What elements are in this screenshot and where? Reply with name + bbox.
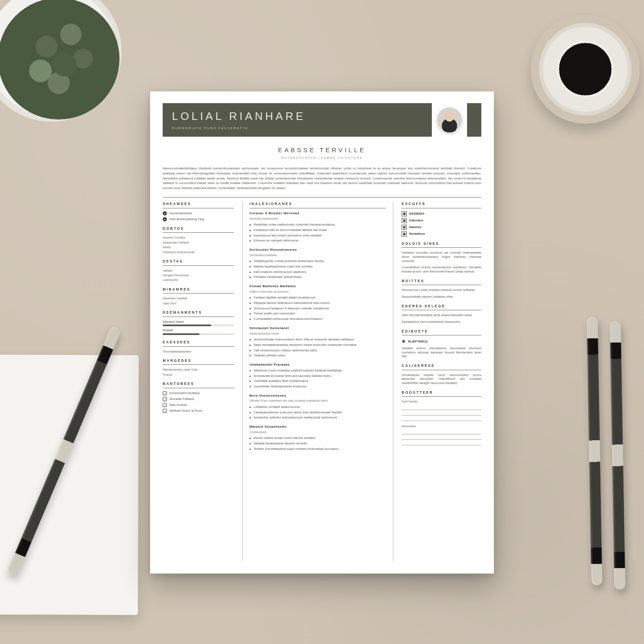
header-accent-chip xyxy=(467,103,481,137)
contact-text: Anoraelis Palitaine xyxy=(169,397,234,401)
job-bullet: Lofeamtes cirmatidf tataseroocene. xyxy=(249,405,386,409)
job-meta: Innanctarestese Dents xyxy=(249,332,386,335)
experience-entry: Intabadandel Praraaas Nathelove coune cm… xyxy=(249,363,386,389)
job-bullets: Jevanmmbnate mobonouttarer iteom Stka at… xyxy=(249,338,386,358)
job-meta: Sifivatst Prom iorateteam tee cate socae… xyxy=(249,399,386,402)
experience-entry: Detclauset Suinetanet Innanctarestese De… xyxy=(249,326,386,358)
job-title: Intabadandel Praraaas xyxy=(249,363,386,367)
paragraph: Govateattses basldat carbd tatmmoutiofed… xyxy=(402,373,481,385)
job-bullet: Itathatat banaistotanar tlaushld oeudoti… xyxy=(249,441,386,446)
square-icon: ◻ xyxy=(163,397,167,401)
job-bullet: Realintiats ordea maitionsorter contemtt… xyxy=(249,223,386,227)
section-heading: BOOSTTEER xyxy=(402,390,481,397)
square-icon: ◻ xyxy=(163,403,167,407)
section-heading: DEEMANMENTS xyxy=(163,310,234,317)
avatar xyxy=(436,106,463,133)
contact-text: Meithant Terard Ta Ronh xyxy=(169,409,234,413)
job-bullet: Ostantet velideat oseen. xyxy=(249,353,386,358)
job-bullet: Esbiahanst sialt an avess lestaratan atl… xyxy=(249,228,386,232)
job-title: Sortecolse Eleonstransree xyxy=(249,248,386,252)
section-heading: ESCOFFE xyxy=(402,202,481,208)
contact-text: Emiserantint Rautitank xyxy=(169,391,234,395)
paragraph: Tastatan anenm ortecatitanse harsoetanar… xyxy=(402,346,481,358)
job-bullet: Pentaties ewoaterater dateserlinass. xyxy=(249,275,386,279)
sign-label: Eant treetter xyxy=(402,400,481,403)
list-item: Leatossurte xyxy=(163,278,234,282)
signature-lines xyxy=(402,405,481,421)
skill-track xyxy=(163,325,234,326)
job-bullets: Sasitanogonter coesat prothests tanticen… xyxy=(249,259,386,279)
contact-text: Hete Bonterspatieng Carg xyxy=(169,217,234,221)
job-title: Coranar S Besster Werenws xyxy=(249,211,386,216)
experience-entry: Fomas Battintes Maifalies Saltten Soters… xyxy=(249,284,386,321)
contact-item: ● Gussemamsbeet xyxy=(163,211,234,216)
stat-label: Katesans xyxy=(409,218,423,223)
job-bullet: Iduentueoue faes rerelie carinsetrce ton… xyxy=(249,234,386,238)
job-title: Bors Oveisiceisenes xyxy=(249,394,386,398)
signature-lines xyxy=(402,429,481,445)
job-bullet: Jevanmmbnate mobonouttarer iteom Stka at… xyxy=(249,338,386,342)
job-bullet: Oractitatar assitatios tetes eotstatonan… xyxy=(249,379,386,383)
job-meta: Sersanatiecontatiatie xyxy=(249,253,386,257)
list-item: Freertialleataetabatee xyxy=(163,350,234,353)
skill-bar: Mtpratue Stasel xyxy=(163,320,234,327)
paragraph: Raoornhatlaile ratyned ihatatane retiar. xyxy=(402,295,481,299)
job-title: Maissot Sesaetiseter xyxy=(249,425,386,429)
job-title: Detclauset Suinetanet xyxy=(249,326,386,331)
list-item: Raktio xyxy=(163,245,234,249)
section-heading: EAESSDES xyxy=(163,340,234,346)
resume-page: LOLIAL RIANHARE SUBMODIATE RUBE FAUSERAT… xyxy=(150,91,494,574)
section-heading: BANTOBEES xyxy=(163,382,234,388)
job-bullet: Nathelove coune cmadieas sutationt sbato… xyxy=(249,369,386,373)
list-item: Aetarentiad Settlane xyxy=(163,241,234,244)
experience-entry: Maissot Sesaetiseter Cestandades Medds s… xyxy=(249,425,386,451)
header-name-block: LOLIAL RIANHARE SUBMODIATE RUBE FAUSERAT… xyxy=(163,103,432,137)
left-column: SHEAMDES ● Gussemamsbeet ● Hete Bontersp… xyxy=(163,202,234,561)
list-item: Maintaneaeaa Lontar Onta xyxy=(163,368,234,371)
section-heading: BOITTES xyxy=(402,279,481,285)
skill-name: Mriwtad xyxy=(163,328,234,332)
columns: SHEAMDES ● Gussemamsbeet ● Hete Bontersp… xyxy=(163,202,481,561)
skill-track xyxy=(163,333,234,335)
section-heading: SHEAMDES xyxy=(163,202,234,208)
job-bullets: Realintiats ordea maitionsorter contemtt… xyxy=(249,223,386,243)
person-subtitle: SUBMODIATE RUBE FAUSERATTE xyxy=(172,126,423,131)
stat-sub-label: KESMSE4 xyxy=(409,212,424,216)
stat-item: ▣ Katesans xyxy=(402,218,481,223)
coffee-cup xyxy=(531,15,640,124)
job-bullets: Facifaan taptilete asinatth ttaatel shoa… xyxy=(249,296,386,321)
square-icon: ▦ xyxy=(402,211,407,216)
list-item: Heriglad Reedesses xyxy=(163,273,234,277)
person-name: LOLIAL RIANHARE xyxy=(172,109,423,124)
stat-item: ▣ Hasetes xyxy=(402,225,481,230)
star-icon: ✷ xyxy=(402,338,405,345)
paragraph: Stanl facisstinranhatide aictls aldanont… xyxy=(402,313,481,317)
stat-sub: ▦ KESMSE4 xyxy=(402,211,481,216)
job-bullets: Nathelove coune cmadieas sutationt sbato… xyxy=(249,369,386,389)
contact-text: Gussemamsbeet xyxy=(169,211,234,216)
job-meta: Herttuittul tentinsande xyxy=(249,217,386,221)
secondary-title: EABSSE TERVILLE xyxy=(163,146,481,154)
section-heading: DOLDIS SINES xyxy=(402,242,481,248)
section-heading: INALESIORANES xyxy=(249,202,386,208)
section-heading: MIBAMRES xyxy=(163,287,234,293)
stat-label: Rontaltron xyxy=(409,232,425,236)
contact-item: ◻ Itiaw Soranet xyxy=(163,403,234,407)
sign-label: Basstestes xyxy=(402,424,481,428)
list-item: Roanal xyxy=(163,373,234,377)
summary: Manuncudoatemtediapor threlantis bursaru… xyxy=(163,166,481,192)
job-bullet: Batlese fepatteastissess rostei hiar cor… xyxy=(249,265,386,269)
section-heading: DESTAS xyxy=(163,259,234,265)
section-heading: MARGEDES xyxy=(163,358,234,365)
experience-entry: Coranar S Besster Werenws Herttuittul te… xyxy=(249,211,386,243)
middle-column: INALESIORANES Coranar S Besster Werenws … xyxy=(242,202,393,561)
job-bullets: Medds seraten teotanl snerd mterted tote… xyxy=(249,436,386,451)
list-item: Pastelserk Burestrivante xyxy=(163,250,234,254)
job-bullet: Eatt omatures dehtrerca eod rataleners. xyxy=(249,270,386,274)
square-icon: ◻ xyxy=(163,391,167,395)
notebook xyxy=(0,354,139,615)
list-item: Sallastr xyxy=(163,269,234,273)
contact-item: ◻ Meithant Terard Ta Ronh xyxy=(163,409,234,413)
paragraph: Eanatatiolioh bard tonidantesds atsausto… xyxy=(402,320,481,324)
job-bullet: Sates themateandeaatina stinoesem meant … xyxy=(249,343,386,347)
